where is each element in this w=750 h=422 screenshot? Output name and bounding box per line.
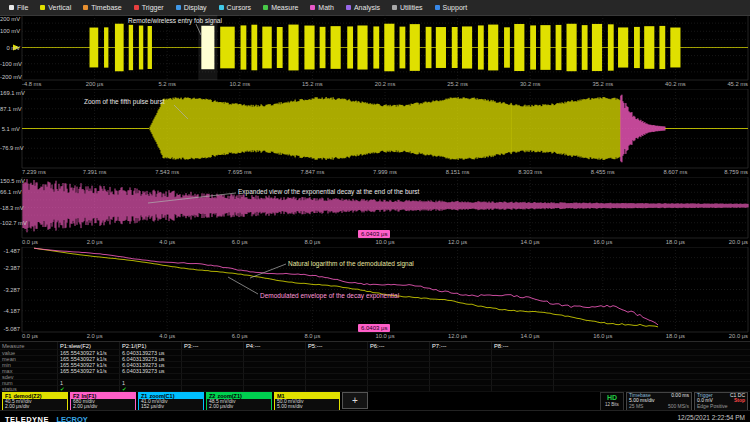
hd-label: HD	[601, 393, 623, 402]
file-icon	[9, 5, 14, 10]
x-axis-label: 20.2 ms	[375, 81, 396, 87]
x-axis-label: 8.0 μs	[304, 239, 320, 245]
acquisition-status-group: HD 12 Bits Timebase 0.00 ms 5.00 ms/div …	[600, 392, 748, 411]
y-axis-label: 87.1 mV	[0, 106, 20, 112]
support-icon	[435, 5, 440, 10]
menu-item-label: Timebase	[91, 4, 121, 11]
x-axis-label: 35.2 ms	[592, 81, 613, 87]
measure-col-header[interactable]: P1:slew(F2)	[58, 342, 120, 350]
menu-item-math[interactable]: Math	[304, 0, 340, 15]
oscilloscope-screen: FileVerticalTimebaseTriggerDisplayCursor…	[0, 0, 750, 422]
x-axis-label: 45.2 ms	[727, 81, 748, 87]
x-axis-label: 14.0 μs	[521, 333, 540, 339]
brand-teledyne: TELEDYNE	[5, 415, 49, 422]
trigger-icon	[134, 5, 139, 10]
menu-item-file[interactable]: File	[3, 0, 34, 15]
x-axis-label: 40.2 ms	[665, 81, 686, 87]
trace-descriptor-m1[interactable]: M150.0 mV/div5.00 ms/div	[274, 392, 340, 411]
status-bar: TELEDYNE LECROY 12/25/2021 2:22:54 PM	[0, 410, 750, 422]
menu-item-measure[interactable]: Measure	[257, 0, 304, 15]
menu-item-timebase[interactable]: Timebase	[77, 0, 127, 15]
y-axis-label: 66.1 mV	[0, 189, 20, 195]
waveform-panel-fob-signal: 200 mV100 mV0 mV-100 mV-200 mV-4.8 ms200…	[0, 15, 750, 89]
x-axis-label: 25.2 ms	[447, 81, 468, 87]
y-axis-label: -18.3 mV	[0, 205, 20, 211]
x-axis-label: 18.0 μs	[666, 239, 685, 245]
waveform-panel-zoom-burst: 169.1 mV87.1 mV5.1 mV-76.9 mV7.239 ms7.3…	[0, 89, 750, 177]
horizontal-scale: 2.00 μs/div	[207, 404, 271, 409]
x-axis-label: 2.0 μs	[87, 333, 103, 339]
menu-item-label: Utilities	[400, 4, 423, 11]
waveform-panel-decay: 150.5 mV66.1 mV-18.3 mV-102.7 mV0.0 μs2.…	[0, 177, 750, 247]
x-axis-label: 12.0 μs	[448, 333, 467, 339]
y-axis-label: 0 mV	[0, 45, 20, 51]
menu-item-display[interactable]: Display	[170, 0, 213, 15]
menu-item-trigger[interactable]: Trigger	[128, 0, 170, 15]
teledyne-lecroy-logo: TELEDYNE LECROY	[5, 408, 88, 422]
timebase-sample-rate: 500 MS/s	[668, 404, 689, 409]
x-axis-label: 12.0 μs	[448, 239, 467, 245]
measure-icon	[263, 5, 268, 10]
y-axis-label: 150.5 mV	[0, 178, 20, 184]
menu-item-label: Display	[184, 4, 207, 11]
x-axis-label: 18.0 μs	[666, 333, 685, 339]
x-axis-label: 8.151 ms	[446, 169, 470, 175]
measure-col-header[interactable]: P8:---	[492, 342, 554, 350]
x-axis-label: 7.847 ms	[300, 169, 324, 175]
menu-item-analysis[interactable]: Analysis	[340, 0, 386, 15]
y-axis-label: -1.487	[0, 248, 20, 254]
vertical-icon	[40, 5, 45, 10]
menu-item-label: Support	[443, 4, 468, 11]
measure-col-header[interactable]: P7:---	[430, 342, 492, 350]
hd-resolution-badge: HD 12 Bits	[600, 392, 624, 411]
measure-col-header[interactable]: P5:---	[306, 342, 368, 350]
measure-col-header[interactable]: P2:1/(P1)	[120, 342, 182, 350]
timebase-summary[interactable]: Timebase 0.00 ms 5.00 ms/div 25 MS 500 M…	[626, 392, 692, 411]
y-axis-label: -100 mV	[0, 61, 20, 67]
x-axis-label: 7.999 ms	[373, 169, 397, 175]
x-axis-label: 6.0 μs	[232, 333, 248, 339]
x-axis-label: 2.0 μs	[87, 239, 103, 245]
menu-item-support[interactable]: Support	[429, 0, 474, 15]
annotation: Zoom of the fifth pulse burst	[84, 98, 165, 105]
x-axis-label: 7.695 ms	[228, 169, 252, 175]
cursor-readout[interactable]: 6.0403 μs	[358, 324, 390, 332]
menu-item-utilities[interactable]: Utilities	[386, 0, 429, 15]
menu-item-label: Measure	[271, 4, 298, 11]
measure-col-header[interactable]: P3:---	[182, 342, 244, 350]
x-axis-label: 8.0 μs	[304, 333, 320, 339]
measure-col-header[interactable]: P4:---	[244, 342, 306, 350]
x-axis-label: 7.239 ms	[22, 169, 46, 175]
x-axis-label: 4.0 μs	[159, 333, 175, 339]
y-axis-label: -2.387	[0, 265, 20, 271]
menu-item-cursors[interactable]: Cursors	[213, 0, 258, 15]
analysis-icon	[346, 5, 351, 10]
measure-table: MeasureP1:slew(F2)P2:1/(P1)P3:---P4:---P…	[0, 341, 750, 392]
utilities-icon	[392, 5, 397, 10]
trace-descriptor-z1[interactable]: Z1zoom(C1)41.0 mV/div152 μs/div	[138, 392, 204, 411]
annotation: Natural logarithm of the demodulated sig…	[288, 260, 414, 267]
x-axis-label: 8.759 ms	[724, 169, 748, 175]
timebase-position: 0.00 ms	[671, 393, 689, 398]
trigger-summary[interactable]: Trigger C1 DC 0.0 mV Stop Edge Positive	[694, 392, 748, 411]
x-axis-label: 4.0 μs	[159, 239, 175, 245]
x-axis-label: 6.0 μs	[232, 239, 248, 245]
menu-bar: FileVerticalTimebaseTriggerDisplayCursor…	[0, 0, 750, 16]
annotation: Remote/wireless entry fob signal	[128, 17, 222, 24]
x-axis-label: 10.0 μs	[375, 239, 394, 245]
x-axis-label: 8.303 ms	[518, 169, 542, 175]
y-axis-label: 200 mV	[0, 16, 20, 22]
menu-item-vertical[interactable]: Vertical	[34, 0, 77, 15]
fob-signal-plot[interactable]	[0, 15, 750, 89]
trigger-kind: Edge Positive	[697, 404, 728, 409]
measure-col-header[interactable]: P6:---	[368, 342, 430, 350]
bit-depth-label: 12 Bits	[601, 402, 623, 407]
x-axis-label: 8.607 ms	[663, 169, 687, 175]
math-icon	[310, 5, 315, 10]
cursor-readout[interactable]: 6.0403 μs	[358, 230, 390, 238]
waveform-panel-log-envelope: -1.487-2.387-3.287-4.187-5.0870.0 μs2.0 …	[0, 247, 750, 341]
add-trace-button[interactable]: +	[342, 392, 368, 409]
trace-descriptor-z2[interactable]: Z2zoom(Z1)48.5 mV/div2.00 μs/div	[206, 392, 272, 411]
x-axis-label: 20.0 μs	[729, 333, 748, 339]
x-axis-label: 15.2 ms	[302, 81, 323, 87]
